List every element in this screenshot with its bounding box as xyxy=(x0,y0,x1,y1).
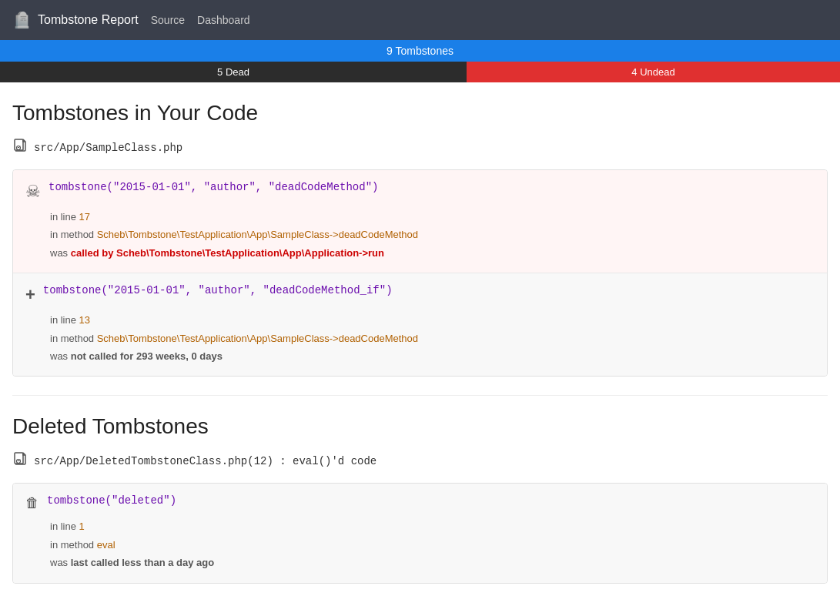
main-content: Tombstones in Your Code src/App/SampleCl… xyxy=(0,82,840,602)
skull-icon: ☠ xyxy=(25,182,41,202)
tombstone-card-deleted: 🗑 tombstone("deleted") in line 1 in meth… xyxy=(12,483,828,583)
entry-details-dead: in line 17 in method Scheb\Tombstone\Tes… xyxy=(25,208,815,262)
svg-rect-2 xyxy=(15,453,23,464)
tombstones-section-title: Tombstones in Your Code xyxy=(12,101,828,126)
detail-line-deleted-2: in method eval xyxy=(50,536,815,554)
detail-line-undead-3: was not called for 293 weeks, 0 days xyxy=(50,347,815,365)
dead-method: Scheb\Tombstone\TestApplication\App\Samp… xyxy=(97,229,418,240)
tombstone-card-sampleclass: ☠ tombstone("2015-01-01", "author", "dea… xyxy=(12,169,828,377)
dead-line-number: 17 xyxy=(79,211,90,223)
detail-line-dead-3: was called by Scheb\Tombstone\TestApplic… xyxy=(50,244,815,262)
nav-source[interactable]: Source xyxy=(151,14,185,26)
undead-not-called: not called for 293 weeks, 0 days xyxy=(71,350,223,362)
nav-dashboard[interactable]: Dashboard xyxy=(197,14,250,26)
file-path-sampleclass: src/App/SampleClass.php xyxy=(34,142,182,154)
svg-rect-0 xyxy=(15,139,23,150)
detail-line-undead-2: in method Scheb\Tombstone\TestApplicatio… xyxy=(50,330,815,347)
deleted-method: eval xyxy=(97,539,115,551)
deleted-last-called: last called less than a day ago xyxy=(71,557,214,568)
tombstone-call-dead: tombstone("2015-01-01", "author", "deadC… xyxy=(49,181,378,193)
detail-line-deleted-3: was last called less than a day ago xyxy=(50,554,815,571)
entry-header-dead: ☠ tombstone("2015-01-01", "author", "dea… xyxy=(25,181,815,202)
undead-method: Scheb\Tombstone\TestApplication\App\Samp… xyxy=(97,333,418,344)
tombstone-icon: 🪦 xyxy=(12,11,32,29)
tombstone-entry-undead: + tombstone("2015-01-01", "author", "dea… xyxy=(13,273,827,376)
entry-details-deleted: in line 1 in method eval was last called… xyxy=(25,517,815,571)
entry-details-undead: in line 13 in method Scheb\Tombstone\Tes… xyxy=(25,311,815,365)
entry-header-deleted: 🗑 tombstone("deleted") xyxy=(25,494,815,511)
file-header-sampleclass: src/App/SampleClass.php xyxy=(12,138,828,157)
dead-called-by: called by Scheb\Tombstone\TestApplicatio… xyxy=(71,247,384,259)
section-divider xyxy=(12,395,828,396)
stats-split-bar: 5 Dead 4 Undead xyxy=(0,62,840,82)
cross-icon: + xyxy=(25,285,35,305)
undead-line-number: 13 xyxy=(79,314,90,326)
deleted-section-title: Deleted Tombstones xyxy=(12,414,828,439)
file-icon-deleted xyxy=(12,451,28,470)
trash-icon: 🗑 xyxy=(25,495,39,511)
file-header-deleted: src/App/DeletedTombstoneClass.php(12) : … xyxy=(12,451,828,470)
stats-container: 9 Tombstones 5 Dead 4 Undead xyxy=(0,40,840,82)
brand-label: Tombstone Report xyxy=(38,13,139,27)
tombstone-call-deleted: tombstone("deleted") xyxy=(47,494,176,507)
entry-header-undead: + tombstone("2015-01-01", "author", "dea… xyxy=(25,284,815,305)
detail-line-undead-1: in line 13 xyxy=(50,311,815,329)
stats-undead-bar: 4 Undead xyxy=(467,62,840,82)
stats-total-bar: 9 Tombstones xyxy=(0,40,840,62)
deleted-line-number: 1 xyxy=(79,521,85,532)
detail-line-deleted-1: in line 1 xyxy=(50,517,815,535)
detail-line-dead-1: in line 17 xyxy=(50,208,815,226)
detail-line-dead-2: in method Scheb\Tombstone\TestApplicatio… xyxy=(50,226,815,243)
file-icon-sampleclass xyxy=(12,138,28,157)
stats-dead-bar: 5 Dead xyxy=(0,62,467,82)
tombstone-call-undead: tombstone("2015-01-01", "author", "deadC… xyxy=(43,284,393,296)
file-path-deleted: src/App/DeletedTombstoneClass.php(12) : … xyxy=(34,455,376,467)
brand: 🪦 Tombstone Report xyxy=(12,11,139,29)
tombstone-entry-deleted: 🗑 tombstone("deleted") in line 1 in meth… xyxy=(13,484,827,582)
navbar: 🪦 Tombstone Report Source Dashboard xyxy=(0,0,840,40)
tombstone-entry-dead: ☠ tombstone("2015-01-01", "author", "dea… xyxy=(13,170,827,273)
